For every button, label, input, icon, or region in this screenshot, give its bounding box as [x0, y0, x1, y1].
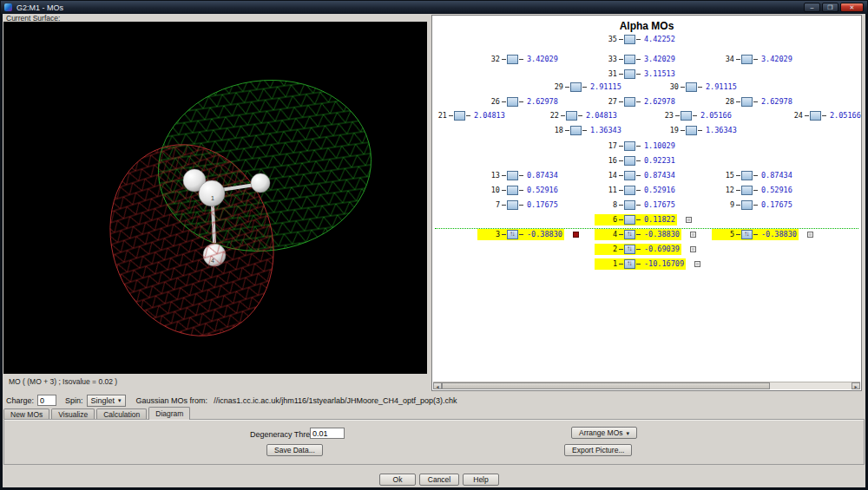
mo-level-box[interactable] — [624, 97, 635, 107]
atom-h3[interactable] — [251, 173, 270, 193]
mo-level-box[interactable] — [624, 55, 635, 64]
cancel-button[interactable]: Cancel — [419, 474, 459, 486]
mo-level-box[interactable] — [624, 35, 635, 44]
mo-level-33[interactable]: 333.42029 — [595, 53, 677, 65]
mo-level-35[interactable]: 354.42252 — [595, 33, 677, 45]
window-titlebar[interactable]: G2:M1 - MOs – ❐ ✕ — [1, 1, 867, 14]
mo-level-12[interactable]: 120.52916 — [712, 184, 794, 196]
mo-red-marker[interactable] — [573, 232, 579, 238]
mo-gray-marker[interactable] — [694, 261, 700, 267]
mo-level-box[interactable] — [624, 156, 635, 166]
mo-diagram-pane[interactable]: Alpha MOs 354.42252323.42029333.42029343… — [431, 15, 862, 391]
mo-level-box[interactable]: ↑↓ — [741, 230, 753, 239]
atom-c1[interactable] — [199, 180, 225, 206]
mo-level-7[interactable]: 70.17675 — [477, 199, 560, 211]
mo-level-21[interactable]: 212.04813 — [431, 109, 507, 121]
mo-level-8[interactable]: 80.17675 — [595, 199, 677, 211]
mo-level-box[interactable]: ↑↓ — [624, 230, 635, 239]
tab-diagram[interactable]: Diagram — [148, 407, 190, 420]
charge-input[interactable] — [37, 395, 56, 406]
mo-level-box[interactable] — [624, 200, 635, 210]
minimize-button-icon[interactable]: – — [804, 3, 820, 12]
spin-select[interactable]: Singlet ▾ — [87, 395, 126, 407]
mo-level-box[interactable] — [741, 55, 753, 64]
mo-level-box[interactable] — [570, 82, 582, 92]
mo-level-19[interactable]: 191.36343 — [656, 124, 739, 136]
level-tick — [619, 101, 623, 102]
mo-gray-marker[interactable] — [686, 217, 692, 223]
mo-level-box[interactable] — [570, 126, 582, 135]
mo-level-30[interactable]: 302.91115 — [656, 81, 739, 93]
mo-level-box[interactable] — [507, 200, 518, 210]
degeneracy-threshold-input[interactable] — [310, 428, 345, 439]
mo-level-23[interactable]: 232.05166 — [651, 109, 733, 121]
mo-level-box[interactable]: ↑↓ — [624, 245, 635, 254]
mo-level-6[interactable]: 60.11822 — [595, 213, 692, 225]
mo-level-3[interactable]: 3↑↓-0.38830 — [477, 228, 579, 240]
mo-level-box[interactable] — [741, 200, 753, 210]
mo-level-24[interactable]: 242.05166 — [780, 109, 862, 121]
mo-level-32[interactable]: 323.42029 — [477, 53, 560, 65]
maximize-button-icon[interactable]: ❐ — [822, 3, 838, 12]
molecule-3d-view[interactable]: 1 4 — [3, 22, 427, 374]
save-data-button[interactable]: Save Data... — [266, 444, 323, 456]
mo-level-4[interactable]: 4↑↓-0.38830 — [595, 228, 696, 240]
mo-level-box[interactable] — [686, 126, 697, 135]
mo-level-28[interactable]: 282.62978 — [712, 95, 794, 108]
mo-level-9[interactable]: 90.17675 — [712, 199, 794, 211]
mo-level-27[interactable]: 272.62978 — [595, 95, 677, 108]
scroll-right-icon[interactable]: ▸ — [852, 382, 860, 389]
ok-button[interactable]: Ok — [379, 474, 416, 486]
mo-level-box[interactable] — [624, 186, 635, 195]
mo-level-box[interactable] — [810, 111, 821, 121]
mo-level-box[interactable] — [741, 186, 753, 195]
horizontal-scrollbar[interactable]: ◂ ▸ — [433, 382, 860, 389]
mo-level-box[interactable] — [741, 97, 753, 107]
mo-level-box[interactable] — [681, 111, 692, 121]
mo-level-16[interactable]: 160.92231 — [595, 154, 677, 167]
mo-level-15[interactable]: 150.87434 — [712, 169, 794, 181]
mo-level-box[interactable] — [624, 215, 635, 225]
mo-level-31[interactable]: 313.11513 — [595, 68, 677, 80]
mo-level-box[interactable] — [686, 82, 697, 92]
molecule-viewport[interactable]: 1 4 — [3, 22, 427, 374]
mo-level-box[interactable] — [566, 111, 577, 121]
scrollbar-track[interactable] — [442, 382, 852, 389]
mo-level-2[interactable]: 2↑↓-0.69039 — [595, 243, 696, 255]
mo-level-box[interactable] — [507, 97, 518, 107]
close-button-icon[interactable]: ✕ — [840, 3, 864, 12]
mo-level-box[interactable] — [507, 186, 518, 195]
mo-level-17[interactable]: 171.10029 — [595, 140, 677, 152]
mo-gray-marker[interactable] — [690, 232, 696, 238]
mo-level-11[interactable]: 110.52916 — [595, 184, 677, 196]
mo-level-1[interactable]: 1↑↓-10.16709 — [595, 258, 700, 270]
mo-level-box[interactable] — [507, 55, 518, 64]
electron-pair-icon: ↑↓ — [744, 231, 748, 238]
mo-level-18[interactable]: 181.36343 — [541, 124, 623, 136]
mo-level-box[interactable] — [454, 111, 465, 121]
level-tick — [753, 190, 758, 191]
mo-level-10[interactable]: 100.52916 — [477, 184, 560, 196]
mo-level-box[interactable] — [741, 171, 753, 180]
mo-gray-marker[interactable] — [807, 232, 813, 238]
mo-level-14[interactable]: 140.87434 — [595, 169, 677, 181]
mo-level-box[interactable]: ↑↓ — [507, 230, 518, 239]
mo-level-26[interactable]: 262.62978 — [477, 95, 560, 108]
arrange-mos-button[interactable]: Arrange MOs ▾ — [571, 427, 637, 439]
export-picture-button[interactable]: Export Picture... — [564, 444, 632, 456]
mo-level-box[interactable] — [624, 69, 635, 79]
mo-gray-marker[interactable] — [690, 246, 696, 252]
scroll-left-icon[interactable]: ◂ — [433, 382, 442, 389]
mo-energy-value: 3.42029 — [527, 55, 558, 63]
mo-level-box[interactable] — [624, 171, 635, 180]
mo-level-5[interactable]: 5↑↓-0.38830 — [712, 228, 813, 240]
mo-level-box[interactable]: ↑↓ — [624, 259, 635, 269]
mo-level-13[interactable]: 130.87434 — [477, 169, 560, 181]
mo-level-box[interactable] — [624, 141, 635, 151]
mo-level-22[interactable]: 222.04813 — [536, 109, 619, 121]
mo-level-29[interactable]: 292.91115 — [541, 81, 623, 93]
help-button[interactable]: Help — [463, 474, 499, 486]
mo-level-34[interactable]: 343.42029 — [712, 53, 794, 65]
scrollbar-thumb[interactable] — [442, 382, 770, 389]
mo-level-box[interactable] — [507, 171, 518, 180]
